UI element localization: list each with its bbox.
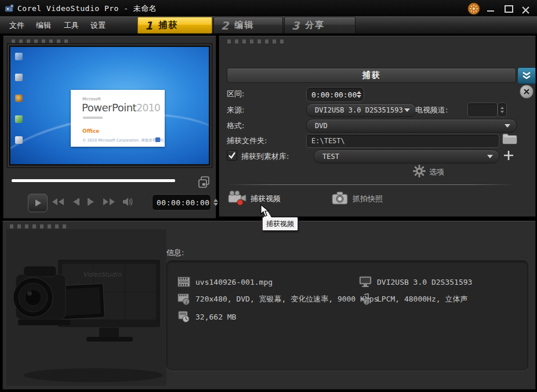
menu-settings[interactable]: 设置 <box>90 20 106 31</box>
info-audio: LPCM, 48000Hz, 立体声 <box>377 294 467 304</box>
tab-share-label: 分享 <box>305 20 325 31</box>
next-frame-button[interactable] <box>84 194 100 210</box>
filmstrip-icon <box>177 276 190 288</box>
timecode-spinner[interactable] <box>213 199 218 206</box>
video-info-icon: i <box>177 293 190 305</box>
info-section-label: 信息: <box>166 248 184 258</box>
close-panel-button[interactable] <box>520 85 534 99</box>
minimize-button[interactable] <box>487 5 496 12</box>
timecode-display[interactable]: 00:00:00:00 <box>152 194 211 210</box>
play-button[interactable] <box>28 194 48 212</box>
menu-edit[interactable]: 编辑 <box>36 20 51 31</box>
capture-folder-value: E:\TEST\ <box>311 137 345 145</box>
window-title: Corel VideoStudio Pro - 未命名 <box>17 3 157 14</box>
source-value: DVI2USB 3.0 D2S351593 <box>315 106 404 114</box>
timecode-value: 00:00:00:00 <box>157 198 210 207</box>
desktop-icon <box>15 53 23 60</box>
tab-capture-number: 1 <box>145 19 153 32</box>
capture-folder-label: 捕获文件夹: <box>227 136 267 146</box>
tv-channel-spinner[interactable] <box>498 103 507 117</box>
splash-office-logo: Office <box>82 128 99 134</box>
library-dropdown[interactable]: TEST <box>314 150 499 164</box>
menu-file[interactable]: 文件 <box>9 20 24 31</box>
close-window-button[interactable] <box>522 5 531 12</box>
info-device: DVI2USB 3.0 D2S351593 <box>377 278 472 286</box>
capture-video-button[interactable]: 捕获视频 <box>251 194 281 204</box>
capture-to-library-label: 捕获到素材库: <box>241 151 289 162</box>
desktop-icon <box>15 136 23 144</box>
splash-product: PowerPoint2010 <box>82 101 160 114</box>
info-panel: VideoStudio 信息: <box>2 220 536 390</box>
chevron-down-icon <box>404 108 410 112</box>
desktop-icon <box>15 115 23 123</box>
info-file-size: 32,662 MB <box>195 313 236 321</box>
divider <box>227 184 515 185</box>
chevron-down-icon <box>487 155 493 158</box>
format-label: 格式: <box>227 121 244 131</box>
snapshot-icon[interactable] <box>332 191 348 205</box>
app-window: Corel VideoStudio Pro - 未命名 文件 编辑 工具 设置 <box>0 0 537 392</box>
menu-tools[interactable]: 工具 <box>64 20 79 31</box>
powerpoint-splash: Microsoft PowerPoint2010 Office © 2010 M… <box>71 90 165 147</box>
tv-channel-input[interactable] <box>467 103 498 117</box>
splash-subtext-bar <box>83 117 103 119</box>
duration-label: 区间: <box>227 89 244 99</box>
capture-to-library-checkbox[interactable] <box>227 150 237 161</box>
tab-edit-label: 编辑 <box>234 20 254 31</box>
splash-brand: Microsoft <box>82 97 101 101</box>
tv-channel-label: 电视频道: <box>415 105 448 115</box>
tab-edit[interactable]: 2 编辑 <box>213 17 283 34</box>
info-size-row: 32,662 MB <box>177 311 236 322</box>
film-sprockets <box>12 39 70 43</box>
fast-forward-button[interactable] <box>101 194 117 210</box>
capture-folder-input[interactable]: E:\TEST\ <box>306 134 499 148</box>
collapse-panel-button[interactable] <box>517 67 536 84</box>
monitor-icon <box>359 276 372 288</box>
add-library-icon[interactable] <box>502 149 515 162</box>
info-audio-row: i LPCM, 48000Hz, 立体声 <box>359 293 467 305</box>
tab-share-number: 3 <box>292 19 299 32</box>
capture-header-title: 捕获 <box>362 70 381 81</box>
mouse-cursor <box>260 204 269 217</box>
menu-bar: 文件 编辑 工具 设置 1 捕获 2 编辑 3 分享 <box>0 16 537 35</box>
audio-info-icon: i <box>359 293 372 305</box>
options-button[interactable]: 选项 <box>429 167 444 177</box>
duration-spinner[interactable]: 0:00:00:00 <box>306 87 364 102</box>
maximize-button[interactable] <box>505 5 514 12</box>
format-value: DVD <box>315 122 505 130</box>
preview-panel: Microsoft PowerPoint2010 Office © 2010 M… <box>3 35 216 219</box>
volume-icon[interactable] <box>119 194 136 210</box>
film-sprockets <box>227 39 285 43</box>
info-video-format: 720x480, DVD, 宽银幕, 变化位速率, 9000 Kbps <box>195 294 378 304</box>
app-icon <box>5 3 14 13</box>
snapshot-button[interactable]: 抓拍快照 <box>353 194 383 204</box>
browse-folder-icon[interactable] <box>502 132 517 146</box>
enlarge-preview-icon[interactable] <box>197 175 211 189</box>
update-badge-icon[interactable] <box>467 2 480 15</box>
desktop-icon <box>15 95 23 102</box>
tab-capture[interactable]: 1 捕获 <box>137 17 212 34</box>
disk-size-icon <box>177 311 190 322</box>
title-bar: Corel VideoStudio Pro - 未命名 <box>0 0 537 16</box>
library-value: TEST <box>322 153 487 161</box>
info-box: uvs140926-001.mpg i 720x480, DVD, 宽银幕, 变… <box>166 260 528 371</box>
source-label: 来源: <box>227 105 244 115</box>
previous-frame-button[interactable] <box>67 194 84 210</box>
format-dropdown[interactable]: DVD <box>306 119 517 133</box>
info-video-format-row: i 720x480, DVD, 宽银幕, 变化位速率, 9000 Kbps <box>177 293 378 305</box>
splash-copyright: © 2010 Microsoft Corporation. 保留所有权利。 <box>82 138 168 143</box>
gear-icon[interactable] <box>413 165 426 177</box>
splash-edition: 2010 <box>136 102 160 114</box>
source-dropdown[interactable]: DVI2USB 3.0 D2S351593 <box>306 103 416 117</box>
rewind-button[interactable] <box>50 194 66 210</box>
tab-edit-number: 2 <box>221 19 228 32</box>
capture-video-icon[interactable] <box>227 190 247 206</box>
capture-panel: 捕获 区间: 0:00:00:00 来源: DVI2USB 3.0 D2S351… <box>219 35 536 217</box>
preview-screen[interactable]: Microsoft PowerPoint2010 Office © 2010 M… <box>10 47 209 164</box>
tab-capture-label: 捕获 <box>158 20 178 31</box>
tab-share[interactable]: 3 分享 <box>284 17 355 34</box>
tooltip-text: 捕获视频 <box>266 219 294 229</box>
splash-corner-icon <box>155 137 160 142</box>
scrub-bar[interactable] <box>12 179 175 182</box>
capture-header: 捕获 <box>227 68 516 83</box>
